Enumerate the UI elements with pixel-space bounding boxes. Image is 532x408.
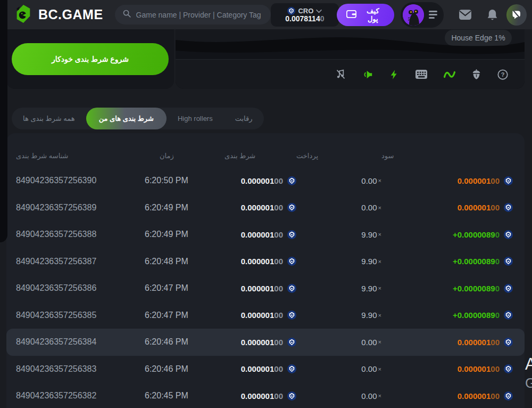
table-row[interactable]: 84904236357256387 6:20:48 PM 0.00000100 … xyxy=(6,248,525,275)
bet-amount-cell: 0.00000100 xyxy=(225,391,296,401)
cro-coin-icon xyxy=(504,364,513,373)
payout-cell: 0.00× xyxy=(296,338,381,347)
trends-icon[interactable] xyxy=(443,69,456,80)
bcgame-logo-icon xyxy=(13,4,33,26)
tab-race[interactable]: رقابت xyxy=(224,108,264,129)
profit-cell: 0.00000100 xyxy=(381,338,513,347)
bet-amount-cell: 0.00000100 xyxy=(225,176,296,185)
table-row[interactable]: 84904236357256386 6:20:47 PM 0.00000100 … xyxy=(6,275,525,302)
cro-coin-icon xyxy=(504,176,513,185)
brand-title: BC.GAME xyxy=(38,7,103,22)
bet-amount-cell: 0.00000100 xyxy=(225,311,296,320)
cro-coin-icon xyxy=(287,364,296,373)
profit-cell: +0.00000890 xyxy=(381,257,513,266)
table-row[interactable]: 84904236357256385 6:20:47 PM 0.00000100 … xyxy=(6,302,525,329)
turbo-icon[interactable] xyxy=(389,69,400,80)
profit-cell: 0.00000100 xyxy=(381,176,513,185)
bet-id-cell: 84904236357256382 xyxy=(16,391,145,401)
my-bets-table: شناسه شرط بندی زمان شرط بندی پرداخت سود … xyxy=(6,133,525,408)
time-cell: 6:20:50 PM xyxy=(145,176,225,185)
cro-coin-icon xyxy=(287,257,296,266)
game-toolbar: ? xyxy=(176,59,525,89)
cro-coin-icon xyxy=(287,230,296,239)
header-profit: سود xyxy=(381,152,513,160)
start-autobet-button[interactable]: شروع شرط بندی خودکار xyxy=(12,43,169,75)
bet-id-cell: 84904236357256383 xyxy=(16,364,145,374)
time-cell: 6:20:47 PM xyxy=(145,283,225,293)
currency-selector[interactable]: CRO 0.00781140 xyxy=(271,3,339,27)
header-bet: شرط بندی xyxy=(225,152,296,160)
payout-cell: 0.00× xyxy=(296,364,381,373)
tab-all-bets[interactable]: همه شرط بندی ها xyxy=(12,108,86,129)
time-cell: 6:20:48 PM xyxy=(145,257,225,266)
wallet-button[interactable]: کیف پول xyxy=(337,4,394,26)
cro-coin-icon xyxy=(504,338,513,347)
left-panel-edge xyxy=(0,0,7,242)
profit-cell: 0.00000100 xyxy=(381,203,513,212)
cro-coin-icon xyxy=(504,311,513,320)
bet-amount-cell: 0.00000100 xyxy=(225,230,296,239)
profit-cell: 0.00000100 xyxy=(381,364,513,373)
bet-id-cell: 84904236357256387 xyxy=(16,257,145,266)
mail-icon[interactable] xyxy=(459,9,472,20)
svg-text:?: ? xyxy=(501,71,505,77)
bet-amount-cell: 0.00000100 xyxy=(225,284,296,293)
time-cell: 6:20:49 PM xyxy=(145,203,225,213)
cro-coin-icon xyxy=(504,203,513,212)
game-search[interactable] xyxy=(115,5,271,25)
tab-my-bets[interactable]: شرط بندی های من xyxy=(86,108,167,129)
payout-cell: 0.00× xyxy=(296,176,381,185)
house-edge-badge: House Edge 1% xyxy=(445,30,512,46)
search-input[interactable] xyxy=(136,11,263,19)
currency-code: CRO xyxy=(298,7,313,15)
cro-coin-icon xyxy=(504,284,513,293)
wallet-button-label: کیف پول xyxy=(361,7,385,23)
cro-coin-icon xyxy=(287,391,296,401)
time-cell: 6:20:46 PM xyxy=(145,337,225,347)
clipped-edge-text: A G xyxy=(525,356,532,390)
table-row[interactable]: 84904236357256382 6:20:45 PM 0.00000100 … xyxy=(6,382,525,408)
brand-logo[interactable]: BC.GAME xyxy=(13,4,103,26)
edge-letter-bottom: G xyxy=(525,376,532,390)
table-row[interactable]: 84904236357256389 6:20:49 PM 0.00000100 … xyxy=(6,194,525,222)
bet-amount-cell: 0.00000100 xyxy=(225,338,296,347)
time-cell: 6:20:49 PM xyxy=(145,230,225,239)
header-time: زمان xyxy=(145,152,225,160)
profit-cell: +0.00000890 xyxy=(381,284,513,293)
bell-icon[interactable] xyxy=(487,9,498,21)
profit-cell: +0.00000890 xyxy=(381,311,513,320)
header-bet-id: شناسه شرط بندی xyxy=(16,152,145,160)
hotkeys-icon[interactable] xyxy=(415,69,428,79)
table-row[interactable]: 84904236357256383 6:20:46 PM 0.00000100 … xyxy=(6,356,525,383)
seeds-icon[interactable] xyxy=(471,69,481,80)
help-icon[interactable]: ? xyxy=(497,69,509,80)
bet-id-cell: 84904236357256390 xyxy=(16,176,145,185)
music-off-icon[interactable] xyxy=(335,69,346,80)
table-row[interactable]: 84904236357256390 6:20:50 PM 0.00000100 … xyxy=(6,167,525,194)
bet-id-cell: 84904236357256386 xyxy=(16,283,145,293)
profit-cell: +0.00000890 xyxy=(381,230,513,239)
bet-amount-cell: 0.00000100 xyxy=(225,257,296,266)
avatar[interactable] xyxy=(403,4,424,26)
tab-high-rollers[interactable]: High rollers xyxy=(167,108,224,129)
cro-coin-icon xyxy=(287,338,296,347)
header-payout: پرداخت xyxy=(296,152,381,160)
table-row[interactable]: 84904236357256388 6:20:49 PM 0.00000100 … xyxy=(6,221,525,248)
bets-tabbar: همه شرط بندی ها شرط بندی های من High rol… xyxy=(12,108,264,129)
cro-coin-icon xyxy=(504,257,513,266)
chat-muted-icon[interactable] xyxy=(506,4,527,26)
time-cell: 6:20:46 PM xyxy=(145,364,225,374)
user-menu[interactable] xyxy=(401,2,444,28)
table-row[interactable]: 84904236357256384 6:20:46 PM 0.00000100 … xyxy=(6,329,525,356)
payout-cell: 9.90× xyxy=(296,311,381,320)
rank-list-icon xyxy=(429,11,437,19)
sound-icon[interactable] xyxy=(362,69,373,80)
cro-coin-icon xyxy=(504,230,513,239)
bet-id-cell: 84904236357256384 xyxy=(16,337,145,347)
payout-cell: 9.90× xyxy=(296,284,381,293)
chevron-down-icon xyxy=(316,7,322,15)
cro-coin-icon xyxy=(287,284,296,293)
payout-cell: 9.90× xyxy=(296,230,381,239)
cro-coin-icon xyxy=(287,311,296,320)
top-header: BC.GAME CRO 0.00781140 کیف پول xyxy=(0,0,532,29)
